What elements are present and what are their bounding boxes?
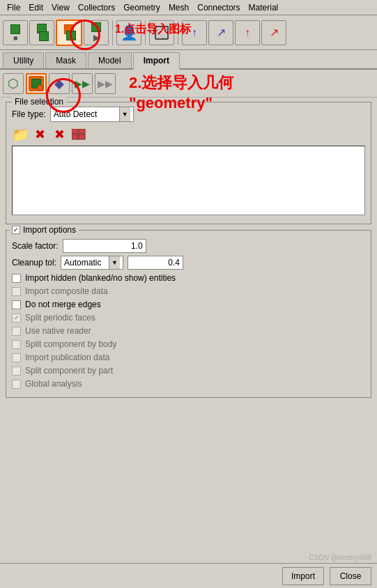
toolbar-btn-2[interactable] bbox=[29, 20, 54, 45]
annotation-text-1: 1.点击导入图标 bbox=[115, 22, 191, 37]
menubar: File Edit View Collectors Geometry Mesh … bbox=[0, 0, 377, 15]
check-composite-box[interactable] bbox=[12, 287, 21, 296]
tab-import[interactable]: Import bbox=[133, 52, 180, 70]
toolbar-btn-4[interactable]: ▶ bbox=[84, 20, 109, 45]
check-native: Use native reader bbox=[12, 325, 365, 336]
file-selection-group: File selection File type: Auto Detect ▼ … bbox=[6, 102, 371, 224]
scale-factor-label: Scale factor: bbox=[12, 241, 59, 251]
sub-btn-geometry[interactable] bbox=[26, 73, 47, 94]
menu-material[interactable]: Material bbox=[245, 1, 283, 14]
file-selection-label: File selection bbox=[12, 97, 66, 107]
file-list-area[interactable] bbox=[12, 146, 365, 215]
toolbar-btn-10[interactable]: ↗ bbox=[261, 20, 286, 45]
cleanup-tol-row: Cleanup tol: Automatic ▼ 0.4 bbox=[12, 256, 365, 270]
sub-btn-4[interactable]: ▶▶ bbox=[72, 73, 93, 94]
sub-btn-5[interactable]: ▶▶ bbox=[95, 73, 116, 94]
sub-icon-1: ⬡ bbox=[8, 76, 19, 91]
check-global-label: Global analysis bbox=[25, 379, 82, 389]
toolbar-separator-1 bbox=[112, 20, 113, 45]
toolbar-btn-8[interactable]: ↗ bbox=[208, 20, 233, 45]
toolbar-btn-9[interactable]: ↑ bbox=[235, 20, 260, 45]
bottom-bar: Import Close bbox=[0, 563, 377, 588]
main-panel: File selection File type: Auto Detect ▼ … bbox=[0, 98, 377, 563]
check-hidden: Import hidden (blanked/no show) entities bbox=[12, 272, 365, 284]
check-part-box[interactable] bbox=[12, 366, 21, 376]
grid-btn[interactable] bbox=[70, 126, 87, 143]
check-publication-label: Import publication data bbox=[25, 353, 109, 362]
import-options-group: ✓ Import options Scale factor: 1.0 Clean… bbox=[6, 230, 371, 398]
menu-view[interactable]: View bbox=[47, 1, 74, 14]
arrow-icon-3: ↑ bbox=[245, 26, 250, 39]
cleanup-tol-dropdown[interactable]: Automatic ▼ bbox=[61, 256, 123, 270]
menu-mesh[interactable]: Mesh bbox=[164, 1, 193, 14]
file-icons-row: 📁 ✖ ✖ bbox=[12, 126, 365, 143]
import-button[interactable]: Import bbox=[282, 567, 324, 585]
close-button[interactable]: Close bbox=[330, 567, 371, 585]
import-options-label: ✓ Import options bbox=[9, 225, 79, 235]
check-body: Split component by body bbox=[12, 339, 365, 350]
svg-rect-3 bbox=[79, 134, 85, 139]
file-type-dropdown[interactable]: Auto Detect ▼ bbox=[50, 107, 134, 122]
scale-factor-row: Scale factor: 1.0 bbox=[12, 239, 365, 253]
sub-btn-1[interactable]: ⬡ bbox=[3, 73, 24, 94]
check-merge-box[interactable] bbox=[12, 300, 21, 309]
tab-mask[interactable]: Mask bbox=[45, 52, 86, 68]
cleanup-tol-label: Cleanup tol: bbox=[12, 258, 56, 268]
annotation-text-2: 2.选择导入几何 "geometry" bbox=[129, 73, 233, 113]
check-part-label: Split component by part bbox=[25, 366, 113, 376]
menu-connectors[interactable]: Connectors bbox=[193, 1, 244, 14]
delete-all-btn[interactable]: ✖ bbox=[51, 126, 68, 143]
check-hidden-label: Import hidden (blanked/no show) entities bbox=[25, 273, 176, 283]
check-periodic: Split periodic faces bbox=[12, 312, 365, 323]
toolbar-btn-1[interactable]: ◼ bbox=[3, 20, 28, 45]
sub-icon-3: ◆ bbox=[54, 76, 64, 91]
arrow-icon-1: ↑ bbox=[192, 26, 197, 39]
delete-file-btn[interactable]: ✖ bbox=[31, 126, 48, 143]
watermark: CSDN @destiny598 bbox=[309, 554, 371, 562]
sub-btn-3[interactable]: ◆ bbox=[49, 73, 70, 94]
file-type-label: File type: bbox=[12, 109, 46, 119]
check-native-label: Use native reader bbox=[25, 326, 91, 336]
tab-model[interactable]: Model bbox=[88, 52, 132, 68]
options-checkbox[interactable]: ✓ bbox=[12, 226, 20, 234]
check-part: Split component by part bbox=[12, 365, 365, 376]
cleanup-dropdown-arrow[interactable]: ▼ bbox=[109, 256, 120, 269]
cleanup-tol-value[interactable]: 0.4 bbox=[128, 256, 183, 270]
check-body-label: Split component by body bbox=[25, 339, 116, 349]
sub-icon-4: ▶▶ bbox=[75, 78, 90, 89]
tab-utility[interactable]: Utility bbox=[3, 52, 44, 68]
sub-icon-5: ▶▶ bbox=[98, 78, 113, 89]
scale-factor-input[interactable]: 1.0 bbox=[63, 239, 146, 253]
menu-edit[interactable]: Edit bbox=[24, 1, 47, 14]
grid-icon bbox=[72, 129, 86, 140]
menu-geometry[interactable]: Geometry bbox=[119, 1, 164, 14]
menu-file[interactable]: File bbox=[3, 1, 24, 14]
svg-rect-2 bbox=[72, 134, 78, 139]
check-composite-label: Import composite data bbox=[25, 286, 108, 296]
check-publication: Import publication data bbox=[12, 352, 365, 363]
menu-collectors[interactable]: Collectors bbox=[74, 1, 119, 14]
check-periodic-label: Split periodic faces bbox=[25, 313, 95, 323]
check-global-box[interactable] bbox=[12, 380, 21, 389]
geometry-import-icon bbox=[29, 76, 44, 91]
open-file-btn[interactable]: 📁 bbox=[12, 126, 29, 143]
tabbar: Utility Mask Model Import bbox=[0, 50, 377, 70]
check-body-box[interactable] bbox=[12, 340, 21, 349]
arrow-icon-4: ↗ bbox=[270, 26, 279, 39]
svg-rect-1 bbox=[79, 129, 85, 134]
svg-rect-0 bbox=[72, 129, 78, 134]
check-composite: Import composite data bbox=[12, 286, 365, 297]
check-merge-label: Do not merge edges bbox=[25, 300, 101, 309]
import-icon-btn[interactable] bbox=[56, 20, 82, 46]
file-type-value: Auto Detect bbox=[54, 109, 119, 119]
check-native-box[interactable] bbox=[12, 327, 21, 336]
check-global: Global analysis bbox=[12, 378, 365, 389]
check-publication-box[interactable] bbox=[12, 353, 21, 362]
check-merge: Do not merge edges bbox=[12, 299, 365, 310]
check-periodic-box[interactable] bbox=[12, 314, 21, 323]
arrow-icon-2: ↗ bbox=[217, 26, 226, 39]
check-hidden-box[interactable] bbox=[12, 274, 21, 283]
